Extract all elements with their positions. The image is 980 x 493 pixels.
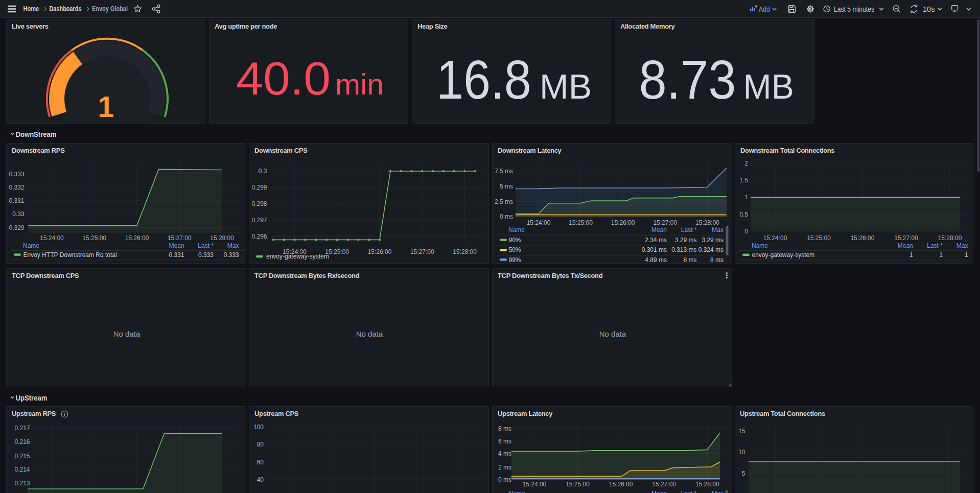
svg-text:0.297: 0.297 bbox=[251, 217, 267, 224]
svg-text:0.333: 0.333 bbox=[9, 171, 24, 178]
svg-text:15:24:00: 15:24:00 bbox=[763, 234, 787, 242]
svg-text:MB: MB bbox=[540, 67, 592, 106]
svg-text:15:26:00: 15:26:00 bbox=[611, 219, 635, 226]
svg-text:0.298: 0.298 bbox=[251, 200, 267, 207]
svg-text:Mean: Mean bbox=[651, 226, 667, 233]
svg-text:No data: No data bbox=[356, 330, 383, 338]
svg-text:0.331: 0.331 bbox=[169, 251, 184, 259]
svg-text:40.0: 40.0 bbox=[236, 52, 331, 104]
svg-text:15:27:00: 15:27:00 bbox=[894, 234, 918, 242]
svg-text:3.29 ms: 3.29 ms bbox=[702, 237, 724, 244]
svg-text:Max: Max bbox=[227, 242, 239, 249]
svg-text:15:25:00: 15:25:00 bbox=[807, 234, 831, 242]
svg-text:15:27:00: 15:27:00 bbox=[410, 248, 434, 255]
svg-text:8 ms: 8 ms bbox=[498, 425, 511, 432]
svg-text:6 ms: 6 ms bbox=[498, 438, 511, 445]
svg-text:Add: Add bbox=[759, 5, 770, 13]
svg-text:15:24:00: 15:24:00 bbox=[40, 234, 64, 242]
svg-text:0.301 ms: 0.301 ms bbox=[642, 246, 667, 253]
svg-text:0 ms: 0 ms bbox=[498, 476, 511, 483]
svg-text:80: 80 bbox=[257, 441, 264, 448]
svg-text:0.214: 0.214 bbox=[14, 466, 30, 473]
svg-text:0.331: 0.331 bbox=[9, 197, 24, 204]
svg-text:Last *: Last * bbox=[681, 226, 697, 233]
svg-text:15:26:00: 15:26:00 bbox=[125, 234, 149, 242]
svg-text:15:25:00: 15:25:00 bbox=[82, 234, 106, 242]
svg-text:Name: Name bbox=[508, 226, 525, 233]
svg-text:15:25:00: 15:25:00 bbox=[566, 481, 590, 488]
svg-text:2 ms: 2 ms bbox=[498, 464, 511, 471]
svg-text:Last *: Last * bbox=[198, 242, 214, 249]
svg-text:0.215: 0.215 bbox=[14, 453, 30, 460]
svg-text:5 ms: 5 ms bbox=[500, 183, 513, 190]
svg-text:No data: No data bbox=[113, 330, 141, 338]
svg-text:15:24:00: 15:24:00 bbox=[523, 481, 547, 488]
svg-text:Name: Name bbox=[752, 242, 768, 249]
svg-text:0.313 ms: 0.313 ms bbox=[671, 246, 696, 253]
svg-text:7.5 ms: 7.5 ms bbox=[495, 168, 513, 175]
svg-text:99%: 99% bbox=[509, 256, 521, 264]
svg-text:0.332: 0.332 bbox=[9, 184, 24, 191]
svg-text:1: 1 bbox=[965, 251, 968, 259]
svg-text:15:27:00: 15:27:00 bbox=[653, 219, 677, 226]
svg-text:No data: No data bbox=[599, 330, 626, 338]
svg-text:Max: Max bbox=[712, 226, 724, 233]
svg-text:10: 10 bbox=[738, 449, 745, 456]
svg-text:15:26:00: 15:26:00 bbox=[609, 481, 633, 488]
svg-text:min: min bbox=[335, 68, 384, 101]
svg-text:Last 5 minutes: Last 5 minutes bbox=[834, 5, 874, 13]
svg-text:40: 40 bbox=[257, 476, 264, 483]
svg-text:90%: 90% bbox=[509, 237, 521, 244]
svg-text:5: 5 bbox=[742, 470, 745, 477]
svg-text:Max: Max bbox=[956, 242, 968, 249]
svg-text:Home: Home bbox=[24, 5, 39, 13]
svg-text:16.8: 16.8 bbox=[436, 49, 531, 110]
svg-text:0.33: 0.33 bbox=[12, 210, 25, 218]
svg-text:15: 15 bbox=[738, 428, 745, 435]
svg-text:0.213: 0.213 bbox=[14, 480, 30, 487]
svg-text:UpStream: UpStream bbox=[16, 393, 48, 402]
svg-text:0.299: 0.299 bbox=[251, 184, 267, 191]
svg-text:0.324 ms: 0.324 ms bbox=[698, 246, 724, 253]
svg-text:8.73: 8.73 bbox=[639, 49, 736, 110]
svg-text:0.333: 0.333 bbox=[223, 251, 239, 259]
svg-text:1.5: 1.5 bbox=[739, 177, 748, 184]
svg-text:60: 60 bbox=[257, 459, 264, 466]
svg-text:4 ms: 4 ms bbox=[498, 450, 511, 457]
svg-text:2: 2 bbox=[744, 160, 748, 167]
svg-text:15:28:00: 15:28:00 bbox=[695, 219, 719, 226]
svg-text:Mean: Mean bbox=[898, 242, 913, 249]
svg-text:0 ms: 0 ms bbox=[500, 213, 513, 220]
svg-text:envoy-gateway-system: envoy-gateway-system bbox=[266, 253, 329, 260]
svg-text:0.296: 0.296 bbox=[251, 233, 267, 240]
svg-text:8 ms: 8 ms bbox=[710, 256, 724, 264]
svg-text:50%: 50% bbox=[509, 246, 521, 253]
svg-text:0.217: 0.217 bbox=[14, 425, 30, 432]
svg-text:1: 1 bbox=[939, 251, 943, 259]
svg-text:1: 1 bbox=[744, 194, 748, 201]
svg-text:Mean: Mean bbox=[169, 242, 184, 249]
svg-text:0.333: 0.333 bbox=[198, 251, 214, 259]
svg-text:0.329: 0.329 bbox=[9, 224, 24, 231]
svg-text:0.216: 0.216 bbox=[14, 438, 30, 445]
svg-text:15:27:00: 15:27:00 bbox=[652, 481, 676, 488]
svg-text:Dashboards: Dashboards bbox=[50, 5, 82, 13]
svg-text:15:26:00: 15:26:00 bbox=[368, 248, 392, 255]
svg-text:0.3: 0.3 bbox=[259, 168, 267, 175]
svg-text:10s: 10s bbox=[923, 5, 935, 13]
svg-text:Last *: Last * bbox=[927, 242, 943, 249]
svg-text:1: 1 bbox=[909, 251, 913, 259]
svg-text:Max: Max bbox=[712, 490, 724, 493]
svg-text:Last *: Last * bbox=[681, 490, 697, 493]
svg-text:1: 1 bbox=[98, 90, 114, 123]
svg-text:4.89 ms: 4.89 ms bbox=[645, 256, 667, 264]
svg-text:15:28:00: 15:28:00 bbox=[938, 234, 962, 242]
svg-text:Name: Name bbox=[23, 242, 39, 249]
svg-text:15:26:00: 15:26:00 bbox=[851, 234, 875, 242]
svg-text:3.29 ms: 3.29 ms bbox=[675, 237, 697, 244]
svg-text:15:25:00: 15:25:00 bbox=[569, 219, 593, 226]
svg-text:15:28:00: 15:28:00 bbox=[453, 248, 477, 255]
svg-text:Envoy Global: Envoy Global bbox=[92, 5, 128, 13]
svg-text:100: 100 bbox=[253, 424, 264, 431]
svg-text:0: 0 bbox=[744, 228, 748, 235]
